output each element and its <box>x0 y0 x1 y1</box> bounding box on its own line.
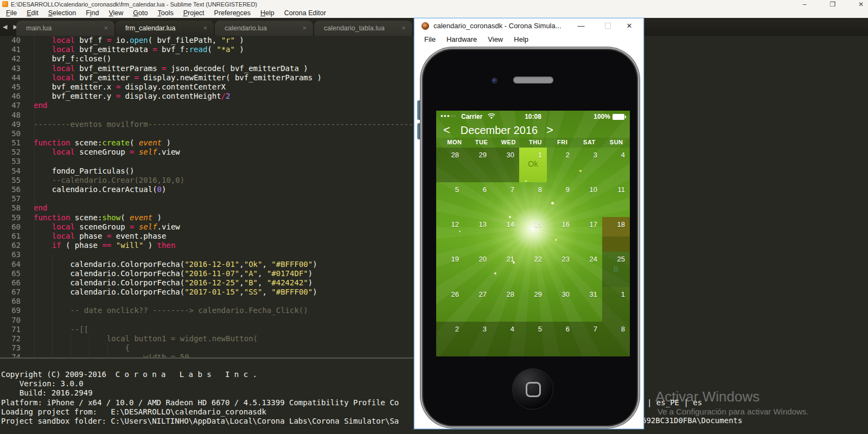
day-number: 8 <box>519 182 547 194</box>
tab-frm_calendar-lua[interactable]: frm_calendar.lua× <box>116 21 214 36</box>
restore-icon[interactable]: ❐ <box>825 0 841 9</box>
corona-simulator-window: calendario_coronasdk - Corona Simula... … <box>414 18 644 429</box>
line-number: 62 <box>0 241 21 250</box>
calendar-day-cell[interactable]: 23 <box>547 252 575 286</box>
tab-close-icon[interactable]: × <box>302 21 307 36</box>
calendar-day-cell[interactable]: 4 <box>492 322 519 356</box>
calendar-day-cell[interactable]: 30 <box>547 287 575 322</box>
calendar-day-cell[interactable]: 5 <box>519 322 547 356</box>
calendar-day-cell[interactable]: 26 <box>436 287 464 322</box>
menu-hardware[interactable]: Hardware <box>441 33 482 46</box>
iphone-device-skin: ●●●○○ Carrier 10:08 100% < December 2016 <box>420 47 640 428</box>
calendar-day-cell[interactable]: 7 <box>492 182 519 217</box>
code-text: local sceneGroup = self.view <box>21 148 180 157</box>
day-number: 17 <box>575 217 602 228</box>
menu-view[interactable]: View <box>104 9 128 18</box>
calendar-day-cell[interactable]: 9 <box>547 182 575 217</box>
menu-selection[interactable]: Selection <box>43 9 81 18</box>
calendar-day-cell[interactable]: 2 <box>436 322 464 356</box>
calendar-day-cell[interactable]: 28 <box>492 287 519 322</box>
line-number: 60 <box>0 222 21 232</box>
menu-help[interactable]: Help <box>508 33 534 46</box>
calendar-day-cell[interactable]: 25B <box>602 252 630 286</box>
calendar-day-cell[interactable]: 24 <box>575 252 602 286</box>
calendar-day-cell[interactable]: 1Ok <box>519 148 547 182</box>
horizontal-scrollbar[interactable] <box>0 358 413 359</box>
calendar-day-cell[interactable]: 1 <box>602 287 630 322</box>
tab-close-icon[interactable]: × <box>401 21 406 36</box>
corona-logo-icon <box>422 22 429 30</box>
tab-close-icon[interactable]: × <box>203 21 207 36</box>
calendar-day-cell[interactable]: 20 <box>464 252 492 286</box>
calendar-day-cell[interactable]: 29 <box>519 287 547 322</box>
menu-help[interactable]: Help <box>256 9 279 18</box>
calendar-day-cell[interactable]: 13 <box>464 217 492 252</box>
calendar-day-cell[interactable]: 16 <box>547 217 575 252</box>
next-month-button[interactable]: > <box>546 123 553 137</box>
simulator-titlebar[interactable]: calendario_coronasdk - Corona Simula... … <box>414 18 643 33</box>
sublime-titlebar: E:\DESARROLLO\calendario_coronasdk\frm_c… <box>0 0 868 9</box>
calendar-day-cell[interactable]: 10 <box>575 182 602 217</box>
close-icon[interactable]: ✕ <box>620 18 639 33</box>
calendar-day-cell[interactable]: 27 <box>464 287 492 322</box>
menu-tools[interactable]: Tools <box>152 9 178 18</box>
line-number: 44 <box>0 73 21 82</box>
calendar-day-cell[interactable]: 6 <box>464 182 492 217</box>
calendar-day-cell[interactable]: 7 <box>575 322 602 356</box>
line-number: 59 <box>0 213 21 222</box>
menu-file[interactable]: File <box>419 33 441 46</box>
particle-dot <box>579 170 582 172</box>
minimize-icon[interactable]: — <box>572 18 590 33</box>
calendar-day-cell[interactable]: 15 <box>519 217 547 252</box>
menu-find[interactable]: Find <box>81 9 104 18</box>
day-number: 28 <box>436 148 464 159</box>
tab-main-lua[interactable]: main.lua× <box>16 21 114 36</box>
calendar-day-cell[interactable]: 12 <box>436 217 464 252</box>
minimize-icon[interactable]: – <box>796 0 813 9</box>
calendar-day-cell[interactable]: 5 <box>436 182 464 217</box>
calendar-day-cell[interactable]: 19 <box>436 252 464 286</box>
calendar-day-cell[interactable]: 31 <box>575 287 602 322</box>
calendar-day-cell[interactable]: 11 <box>602 182 630 217</box>
calendar-day-cell[interactable]: 22 <box>519 252 547 286</box>
calendar-day-cell[interactable]: 17 <box>575 217 602 252</box>
day-number: 2 <box>547 148 575 159</box>
menu-file[interactable]: File <box>1 9 22 18</box>
maximize-icon[interactable] <box>605 23 611 29</box>
prev-month-button[interactable]: < <box>443 123 450 137</box>
home-button-square-icon <box>526 382 541 397</box>
menu-corona-editor[interactable]: Corona Editor <box>279 9 331 18</box>
calendar-day-cell[interactable]: 4 <box>602 148 630 182</box>
calendar-day-cell[interactable]: 8 <box>602 322 630 356</box>
menu-project[interactable]: Project <box>178 9 209 18</box>
code-text <box>21 129 34 138</box>
code-text: bvf_emitter.y = display.contentHeight/2 <box>21 92 230 101</box>
close-icon[interactable]: ✕ <box>853 0 868 9</box>
calendar-day-cell[interactable]: 3 <box>575 148 602 182</box>
calendar-day-cell[interactable]: 21 <box>492 252 519 286</box>
calendar-day-cell[interactable]: 8 <box>519 182 547 217</box>
tab-calendario-lua[interactable]: calendario.lua× <box>215 21 313 36</box>
calendar-day-cell[interactable]: 3 <box>464 322 492 356</box>
calendar-day-cell[interactable]: 6 <box>547 322 575 356</box>
calendar-day-cell[interactable]: 28 <box>436 148 464 182</box>
tab-label: calendario.lua <box>225 24 267 32</box>
calendar-day-cell[interactable]: 30 <box>492 148 519 182</box>
calendar-day-cell[interactable]: 2 <box>547 148 575 182</box>
menu-edit[interactable]: Edit <box>22 9 43 18</box>
menu-goto[interactable]: Goto <box>128 9 152 18</box>
day-number: 5 <box>519 322 547 333</box>
calendar-day-cell[interactable]: 29 <box>464 148 492 182</box>
day-number: 3 <box>575 148 602 159</box>
tab-close-icon[interactable]: × <box>104 21 108 36</box>
menu-view[interactable]: View <box>482 33 508 46</box>
calendar-day-cell[interactable]: 14 <box>492 217 519 252</box>
day-number: 24 <box>575 252 602 263</box>
tab-calendario_tabla-lua[interactable]: calendario_tabla.lua× <box>314 21 412 36</box>
day-number: 13 <box>464 217 492 228</box>
menu-preferences[interactable]: Preferences <box>209 9 256 18</box>
home-button[interactable] <box>512 368 553 410</box>
calendar-day-cell[interactable]: 18 <box>602 217 630 252</box>
line-number: 65 <box>0 269 21 278</box>
line-number: 52 <box>0 148 21 157</box>
